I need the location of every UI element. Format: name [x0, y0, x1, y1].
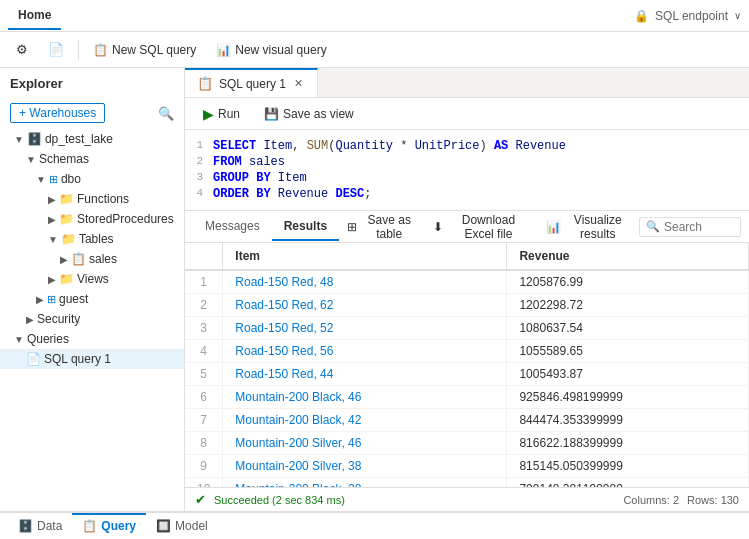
- save-as-view-button[interactable]: 💾 Save as view: [254, 104, 364, 124]
- cell-num: 8: [185, 432, 223, 455]
- chevron-right-icon: ▶: [26, 314, 34, 325]
- tree-item-dbo[interactable]: ▼ ⊞ dbo: [0, 169, 184, 189]
- chevron-right-icon: ▶: [48, 194, 56, 205]
- results-search-input[interactable]: [664, 220, 734, 234]
- cell-item: Mountain-200 Black, 42: [223, 409, 507, 432]
- cell-item: Mountain-200 Silver, 38: [223, 455, 507, 478]
- new-visual-query-button[interactable]: 📊 New visual query: [208, 39, 334, 61]
- folder-icon: 📁: [59, 192, 74, 206]
- tree-item-storedprocedures[interactable]: ▶ 📁 StoredProcedures: [0, 209, 184, 229]
- cell-item: Road-150 Red, 44: [223, 363, 507, 386]
- tree-item-sqlquery1[interactable]: 📄 SQL query 1: [0, 349, 184, 369]
- visual-icon: 📊: [216, 43, 231, 57]
- visualize-results-button[interactable]: 📊 Visualize results: [538, 209, 639, 245]
- bottom-tab-query[interactable]: 📋 Query: [72, 513, 146, 537]
- folder-icon: 📁: [59, 212, 74, 226]
- table-row: 1 Road-150 Red, 48 1205876.99: [185, 270, 749, 294]
- sql-file-icon: 📋: [93, 43, 108, 57]
- search-icon[interactable]: 🔍: [158, 106, 174, 121]
- cell-revenue: 816622.188399999: [507, 432, 749, 455]
- cell-revenue: 1055589.65: [507, 340, 749, 363]
- tree-item-guest[interactable]: ▶ ⊞ guest: [0, 289, 184, 309]
- tree-item-functions[interactable]: ▶ 📁 Functions: [0, 189, 184, 209]
- main-layout: Explorer + Warehouses 🔍 ▼ 🗄️ dp_test_lak…: [0, 68, 749, 511]
- tree-label: guest: [59, 292, 88, 306]
- queries-label: Queries: [27, 332, 69, 346]
- table-body: 1 Road-150 Red, 48 1205876.99 2 Road-150…: [185, 270, 749, 487]
- chevron-right-icon: ▶: [36, 294, 44, 305]
- tree-label: Tables: [79, 232, 114, 246]
- folder-icon: 📁: [61, 232, 76, 246]
- tree-label: Views: [77, 272, 109, 286]
- tab-messages[interactable]: Messages: [193, 213, 272, 241]
- sql-endpoint-label: SQL endpoint: [655, 9, 728, 23]
- schema-icon: ⊞: [49, 173, 58, 186]
- download-excel-button[interactable]: ⬇ Download Excel file: [425, 209, 537, 245]
- tree-item-views[interactable]: ▶ 📁 Views: [0, 269, 184, 289]
- line-number: 3: [185, 171, 213, 183]
- sidebar: Explorer + Warehouses 🔍 ▼ 🗄️ dp_test_lak…: [0, 68, 185, 511]
- add-warehouses-btn[interactable]: + Warehouses 🔍: [0, 99, 184, 127]
- table-row: 2 Road-150 Red, 62 1202298.72: [185, 294, 749, 317]
- top-bar-right: 🔒 SQL endpoint ∨: [634, 9, 741, 23]
- tree-label: dbo: [61, 172, 81, 186]
- code-text: ORDER BY Revenue DESC;: [213, 187, 371, 201]
- data-table-container: Item Revenue 1 Road-150 Red, 48 1205876.…: [185, 243, 749, 487]
- tree-item-schemas[interactable]: ▼ Schemas: [0, 149, 184, 169]
- data-icon: 🗄️: [18, 519, 33, 533]
- query-tab-label: Query: [101, 519, 136, 533]
- tree-item-tables[interactable]: ▼ 📁 Tables: [0, 229, 184, 249]
- chevron-down-icon[interactable]: ∨: [734, 10, 741, 21]
- new-sql-query-label: New SQL query: [112, 43, 196, 57]
- col-revenue: Revenue: [507, 243, 749, 270]
- top-bar: Home 🔒 SQL endpoint ∨: [0, 0, 749, 32]
- status-bar: ✔ Succeeded (2 sec 834 ms) Columns: 2 Ro…: [185, 487, 749, 511]
- new-file-button[interactable]: 📄: [40, 38, 72, 61]
- cell-revenue: 844474.353399999: [507, 409, 749, 432]
- status-columns: Columns: 2: [623, 494, 679, 506]
- tree-item-security[interactable]: ▶ Security: [0, 309, 184, 329]
- security-label: Security: [37, 312, 80, 326]
- chevron-down-icon: ▼: [26, 154, 36, 165]
- cell-item: Road-150 Red, 48: [223, 270, 507, 294]
- cell-num: 3: [185, 317, 223, 340]
- col-item: Item: [223, 243, 507, 270]
- chevron-right-icon: ▶: [60, 254, 68, 265]
- tab-close-button[interactable]: ✕: [292, 77, 305, 90]
- tree-item-dp_test_lake[interactable]: ▼ 🗄️ dp_test_lake: [0, 129, 184, 149]
- editor-area: 📋 SQL query 1 ✕ ▶ Run 💾 Save as view 1 S…: [185, 68, 749, 511]
- run-button[interactable]: ▶ Run: [193, 103, 250, 125]
- code-line-1: 1 SELECT Item, SUM(Quantity * UnitPrice)…: [185, 138, 749, 154]
- table-icon: ⊞: [347, 220, 357, 234]
- tree-item-sales[interactable]: ▶ 📋 sales: [0, 249, 184, 269]
- folder-icon: 📁: [59, 272, 74, 286]
- bottom-tab-data[interactable]: 🗄️ Data: [8, 513, 72, 537]
- cell-item: Road-150 Red, 62: [223, 294, 507, 317]
- tree-label: dp_test_lake: [45, 132, 113, 146]
- search-box[interactable]: 🔍: [639, 217, 741, 237]
- tab-results[interactable]: Results: [272, 213, 339, 241]
- code-line-4: 4 ORDER BY Revenue DESC;: [185, 186, 749, 202]
- chevron-right-icon: ▶: [48, 274, 56, 285]
- tree-label: StoredProcedures: [77, 212, 174, 226]
- code-editor[interactable]: 1 SELECT Item, SUM(Quantity * UnitPrice)…: [185, 130, 749, 211]
- bottom-tab-model[interactable]: 🔲 Model: [146, 513, 218, 537]
- cell-num: 10: [185, 478, 223, 488]
- model-icon: 🔲: [156, 519, 171, 533]
- download-icon: ⬇: [433, 220, 443, 234]
- settings-button[interactable]: ⚙: [8, 38, 36, 61]
- file-icon: 📄: [48, 42, 64, 57]
- home-tab[interactable]: Home: [8, 2, 61, 30]
- cell-revenue: 925846.498199999: [507, 386, 749, 409]
- tree-item-queries[interactable]: ▼ Queries: [0, 329, 184, 349]
- table-row: 4 Road-150 Red, 56 1055589.65: [185, 340, 749, 363]
- table-row: 10 Mountain-200 Black, 38 799148.3011999…: [185, 478, 749, 488]
- new-sql-query-button[interactable]: 📋 New SQL query: [85, 39, 204, 61]
- editor-tab-active[interactable]: 📋 SQL query 1 ✕: [185, 68, 318, 97]
- schemas-label: Schemas: [39, 152, 89, 166]
- tree-label: SQL query 1: [44, 352, 111, 366]
- query-file-icon: 📄: [26, 352, 41, 366]
- save-as-table-button[interactable]: ⊞ Save as table: [339, 209, 425, 245]
- run-toolbar: ▶ Run 💾 Save as view: [185, 98, 749, 130]
- chevron-down-icon: ▼: [36, 174, 46, 185]
